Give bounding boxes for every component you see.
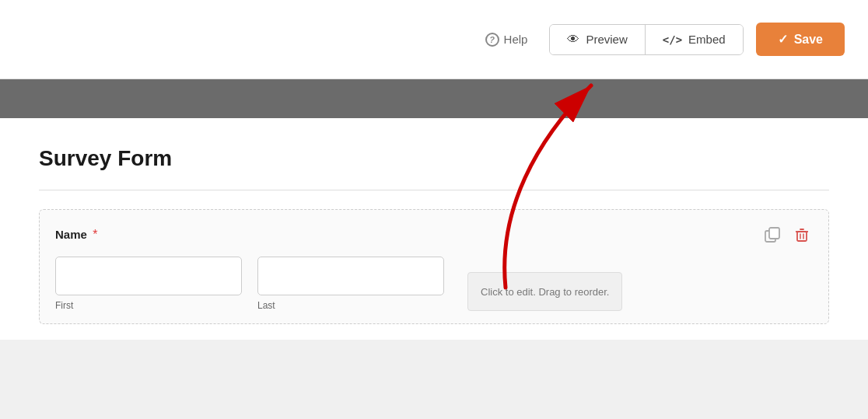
field-label-group: Name *: [55, 228, 98, 242]
field-actions: [761, 224, 813, 246]
field-label: Name: [55, 228, 87, 241]
preview-embed-group: 👁 Preview </> Embed: [549, 24, 743, 55]
save-button[interactable]: ✓ Save: [756, 23, 845, 56]
first-name-input[interactable]: [55, 257, 242, 295]
name-field-card: Name *: [39, 209, 829, 324]
last-sublabel: Last: [257, 300, 444, 311]
help-label: Help: [504, 33, 528, 46]
field-header: Name *: [55, 224, 813, 246]
code-icon: </>: [663, 33, 682, 46]
field-inputs: First Last Click to edit. Drag to reorde…: [55, 257, 813, 311]
svg-rect-2: [797, 232, 807, 241]
gray-bar: [0, 79, 868, 118]
copy-icon[interactable]: [761, 224, 783, 246]
preview-label: Preview: [586, 33, 627, 46]
last-name-group: Last: [257, 257, 444, 311]
embed-label: Embed: [688, 33, 726, 46]
main-content: Survey Form Name *: [0, 118, 868, 340]
form-title: Survey Form: [39, 146, 829, 171]
eye-icon: 👁: [567, 33, 579, 47]
click-hint: Click to edit. Drag to reorder.: [467, 272, 622, 311]
save-label: Save: [794, 33, 823, 47]
check-icon: ✓: [778, 32, 788, 47]
svg-rect-1: [769, 228, 779, 239]
first-sublabel: First: [55, 300, 242, 311]
top-bar: ? Help 👁 Preview </> Embed ✓ Save: [0, 0, 868, 79]
preview-button[interactable]: 👁 Preview: [550, 25, 645, 54]
help-icon: ?: [485, 33, 499, 47]
last-name-input[interactable]: [257, 257, 444, 295]
help-button[interactable]: ? Help: [476, 26, 537, 53]
trash-icon[interactable]: [791, 224, 813, 246]
divider: [39, 190, 829, 190]
first-name-group: First: [55, 257, 242, 311]
embed-button[interactable]: </> Embed: [646, 25, 743, 54]
required-star: *: [93, 228, 97, 241]
